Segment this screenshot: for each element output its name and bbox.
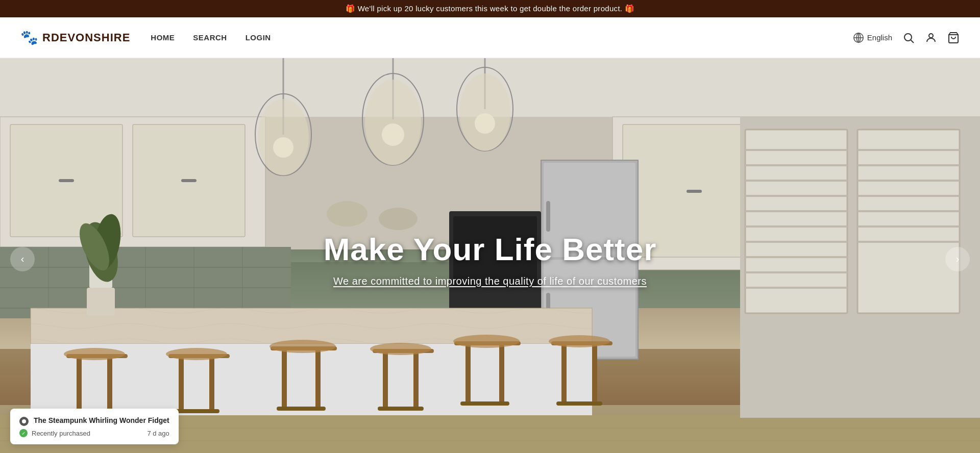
nav-search[interactable]: SEARCH <box>193 33 227 42</box>
dot-inner <box>22 419 26 423</box>
hero-headline: Make Your Life Better <box>324 231 657 267</box>
slider-prev-button[interactable]: ‹ <box>10 247 35 271</box>
logo-text: RDEVONSHIRE <box>42 31 130 44</box>
logo-icon: 🐾 <box>20 29 38 46</box>
arrow-right-icon: › <box>956 253 960 265</box>
nav-login[interactable]: LOGIN <box>246 33 271 42</box>
check-icon: ✓ <box>19 429 28 437</box>
announcement-bar: 🎁 We'll pick up 20 lucky customers this … <box>0 0 980 17</box>
notification-time: 7 d ago <box>147 430 169 437</box>
arrow-left-icon: ‹ <box>21 253 24 265</box>
product-icon-dot <box>19 417 29 426</box>
nav-home[interactable]: HOME <box>151 33 175 42</box>
hero-subheadline: We are committed to improving the qualit… <box>324 275 657 287</box>
main-nav: HOME SEARCH LOGIN <box>151 33 852 42</box>
notification-product-name: The Steampunk Whirling Wonder Fidget <box>34 416 169 426</box>
hero-section: Make Your Life Better We are committed t… <box>0 58 980 453</box>
slider-next-button[interactable]: › <box>945 247 970 271</box>
header: 🐾 RDEVONSHIRE HOME SEARCH LOGIN English <box>0 17 980 58</box>
language-label: English <box>867 33 892 42</box>
header-actions: English <box>853 32 960 44</box>
globe-icon <box>853 32 864 43</box>
purchase-notification: The Steampunk Whirling Wonder Fidget ✓ R… <box>10 409 179 444</box>
hero-text-container: Make Your Life Better We are committed t… <box>324 231 657 287</box>
svg-line-5 <box>911 40 914 43</box>
notification-status-row: ✓ Recently purchased 7 d ago <box>19 429 169 437</box>
svg-point-6 <box>929 34 933 38</box>
notification-product-row: The Steampunk Whirling Wonder Fidget <box>19 416 169 426</box>
svg-point-4 <box>904 34 912 41</box>
cart-icon[interactable] <box>947 32 960 44</box>
logo[interactable]: 🐾 RDEVONSHIRE <box>20 29 130 46</box>
language-selector[interactable]: English <box>853 32 892 43</box>
notification-recently-label: Recently purchased <box>32 430 90 437</box>
search-icon[interactable] <box>902 32 915 44</box>
account-icon[interactable] <box>925 32 937 44</box>
announcement-text: 🎁 We'll pick up 20 lucky customers this … <box>346 4 634 13</box>
